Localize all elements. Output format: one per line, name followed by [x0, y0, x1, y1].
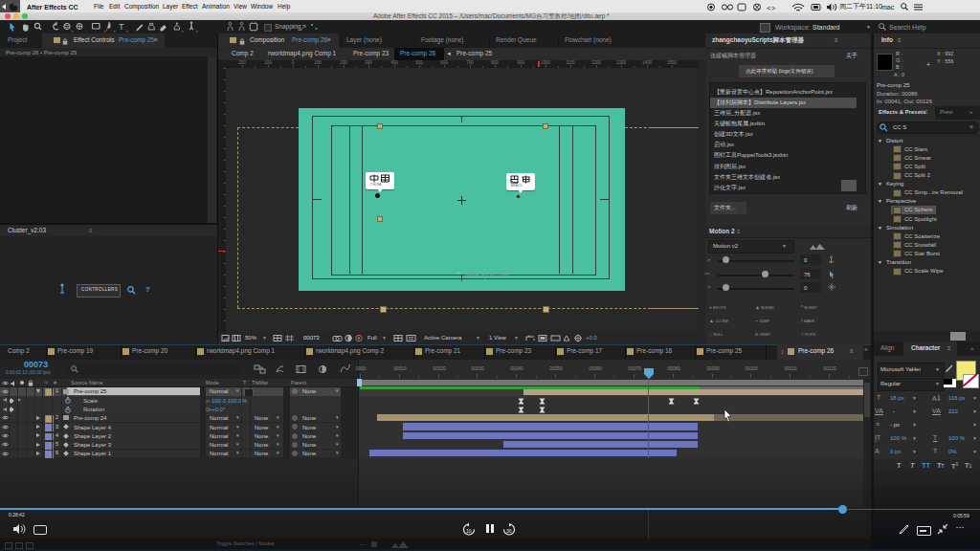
svg-text:10: 10: [466, 528, 472, 534]
svg-text:T: T: [119, 22, 124, 32]
svg-text:A: A: [932, 395, 937, 402]
svg-text:<>: <>: [767, 4, 776, 11]
svg-text:30: 30: [506, 528, 512, 534]
